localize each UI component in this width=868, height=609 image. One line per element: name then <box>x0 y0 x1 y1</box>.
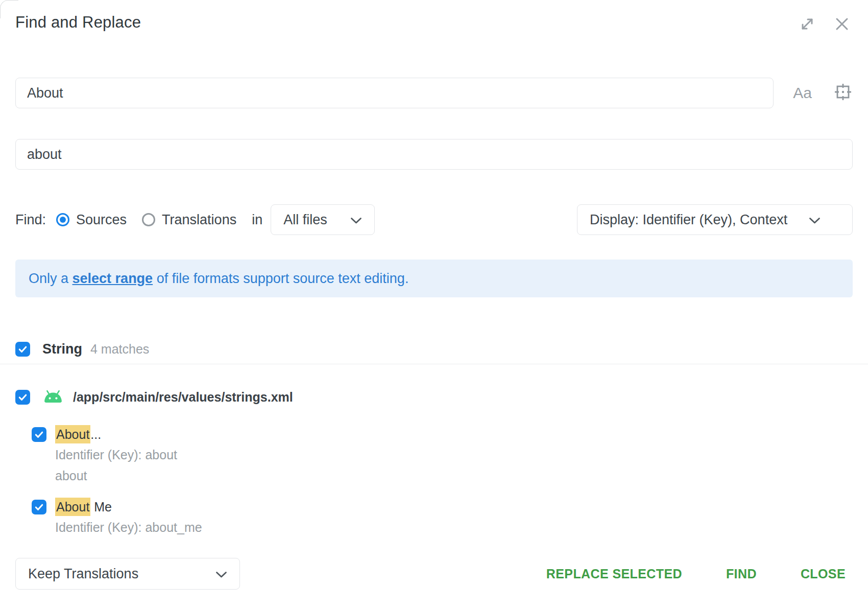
search-input[interactable] <box>15 78 774 108</box>
file-checkbox[interactable] <box>15 390 30 405</box>
divider <box>0 364 868 364</box>
match-row: About Me Identifier (Key): about_me <box>32 498 202 537</box>
replace-selected-button[interactable]: REPLACE SELECTED <box>546 567 682 581</box>
match-context: about <box>55 466 177 485</box>
match-source-text: About Me <box>55 498 202 516</box>
banner-text-suffix: of file formats support source text edit… <box>153 271 408 286</box>
close-icon[interactable] <box>833 15 851 33</box>
select-range-link[interactable]: select range <box>73 271 153 286</box>
close-button[interactable]: CLOSE <box>801 567 846 581</box>
display-options-select[interactable]: Display: Identifier (Key), Context <box>577 204 853 235</box>
match-identifier: Identifier (Key): about_me <box>55 518 202 537</box>
radio-sources[interactable]: Sources <box>56 212 127 228</box>
display-options-value: Display: Identifier (Key), Context <box>590 212 787 228</box>
radio-translations-label: Translations <box>162 212 236 228</box>
file-path: /app/src/main/res/values/strings.xml <box>73 390 293 405</box>
match-case-toggle[interactable]: Aa <box>793 84 812 102</box>
radio-translations-control[interactable] <box>142 213 155 226</box>
chevron-down-icon <box>809 212 821 228</box>
string-group-count: 4 matches <box>90 342 149 357</box>
string-group-checkbox[interactable] <box>15 342 30 357</box>
chevron-down-icon <box>215 566 227 582</box>
match-highlight: About <box>55 498 90 516</box>
expand-icon[interactable] <box>799 15 816 33</box>
dialog-title: Find and Replace <box>15 13 141 32</box>
string-group-label: String <box>42 341 82 357</box>
files-filter-value: All files <box>283 212 327 228</box>
find-and-replace-dialog: Find and Replace Aa <box>0 0 868 609</box>
files-filter-select[interactable]: All files <box>271 204 375 235</box>
in-label: in <box>252 212 262 228</box>
match-checkbox[interactable] <box>32 500 46 514</box>
match-row: About... Identifier (Key): about about <box>32 425 177 485</box>
find-label: Find: <box>15 212 46 228</box>
radio-sources-control[interactable] <box>56 213 69 226</box>
radio-sources-label: Sources <box>76 212 127 228</box>
android-file-icon <box>41 389 65 405</box>
info-banner: Only a select range of file formats supp… <box>15 260 853 297</box>
radio-translations[interactable]: Translations <box>142 212 236 228</box>
banner-text-prefix: Only a <box>29 271 73 286</box>
match-checkbox[interactable] <box>32 427 46 442</box>
match-whole-selection-icon[interactable] <box>833 82 853 104</box>
match-source-text: About... <box>55 425 177 443</box>
translations-mode-value: Keep Translations <box>28 566 138 582</box>
replace-input[interactable] <box>15 139 853 170</box>
match-highlight: About <box>55 425 90 443</box>
translations-mode-select[interactable]: Keep Translations <box>15 558 240 590</box>
match-identifier: Identifier (Key): about <box>55 445 177 464</box>
chevron-down-icon <box>350 212 362 228</box>
find-button[interactable]: FIND <box>726 567 757 581</box>
